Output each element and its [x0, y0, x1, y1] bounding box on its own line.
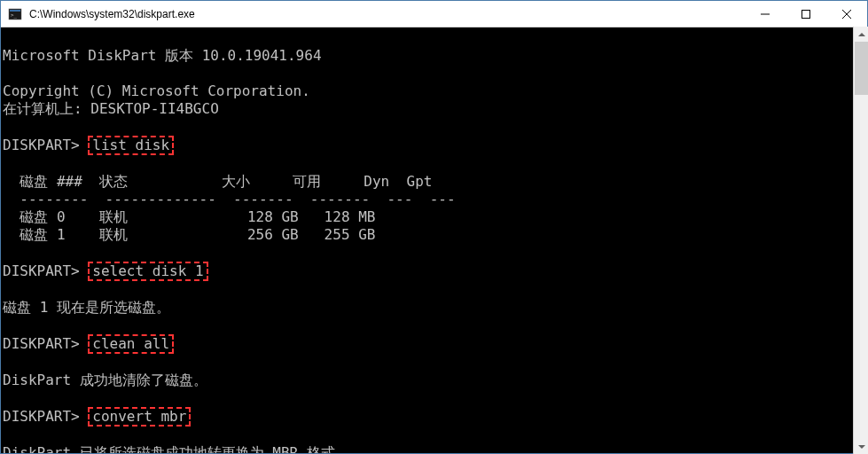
prompt: DISKPART>	[3, 408, 88, 425]
output-line	[3, 118, 867, 136]
minimize-button[interactable]	[745, 1, 786, 27]
svg-text:>_: >_	[11, 12, 18, 19]
output-line	[3, 354, 867, 372]
prompt: DISKPART>	[3, 137, 88, 153]
vertical-scrollbar[interactable]	[853, 27, 868, 454]
table-divider: -------- ------------- ------- ------- -…	[3, 191, 867, 208]
maximize-button[interactable]	[786, 1, 826, 27]
output-line: 磁盘 1 现在是所选磁盘。	[3, 299, 867, 317]
output-line	[3, 427, 867, 444]
titlebar[interactable]: >_ C:\Windows\system32\diskpart.exe	[1, 1, 867, 27]
output-line: Microsoft DiskPart 版本 10.0.19041.964	[3, 47, 867, 65]
output-line	[3, 29, 867, 47]
svg-rect-4	[802, 10, 810, 18]
command-highlight: clean all	[88, 334, 174, 354]
prompt-line: DISKPART> select disk 1	[3, 262, 867, 281]
output-line: Copyright (C) Microsoft Corporation.	[3, 82, 867, 100]
svg-marker-7	[858, 33, 865, 36]
scroll-thumb[interactable]	[855, 42, 868, 95]
prompt: DISKPART>	[3, 335, 88, 352]
app-icon: >_	[8, 7, 22, 21]
output-line	[3, 389, 867, 407]
prompt: DISKPART>	[3, 262, 88, 279]
output-line	[3, 155, 867, 173]
prompt-line: DISKPART> clean all	[3, 334, 867, 354]
table-row: 磁盘 0 联机 128 GB 128 MB	[3, 208, 867, 226]
command-highlight: list disk	[88, 136, 174, 155]
output-line	[3, 281, 867, 299]
scroll-down-arrow[interactable]	[854, 439, 868, 454]
scroll-up-arrow[interactable]	[854, 27, 868, 42]
window-title: C:\Windows\system32\diskpart.exe	[27, 8, 745, 20]
output-line: DiskPart 成功地清除了磁盘。	[3, 372, 867, 389]
table-header: 磁盘 ### 状态 大小 可用 Dyn Gpt	[3, 173, 867, 191]
output-line	[3, 244, 867, 262]
command-highlight: select disk 1	[88, 262, 207, 281]
command-highlight: convert mbr	[88, 407, 191, 427]
prompt-line: DISKPART> convert mbr	[3, 407, 867, 427]
terminal-output[interactable]: Microsoft DiskPart 版本 10.0.19041.964 Cop…	[1, 27, 867, 453]
close-button[interactable]	[826, 1, 867, 27]
output-line	[3, 65, 867, 82]
table-row: 磁盘 1 联机 256 GB 255 GB	[3, 226, 867, 244]
output-line: 在计算机上: DESKTOP-II4BGCO	[3, 100, 867, 118]
prompt-line: DISKPART> list disk	[3, 136, 867, 155]
output-line	[3, 317, 867, 334]
window-controls	[745, 1, 867, 27]
output-line: DiskPart 已将所选磁盘成功地转更换为 MBR 格式。	[3, 444, 867, 453]
window-frame: >_ C:\Windows\system32\diskpart.exe Micr…	[0, 0, 868, 454]
svg-marker-8	[858, 445, 865, 449]
